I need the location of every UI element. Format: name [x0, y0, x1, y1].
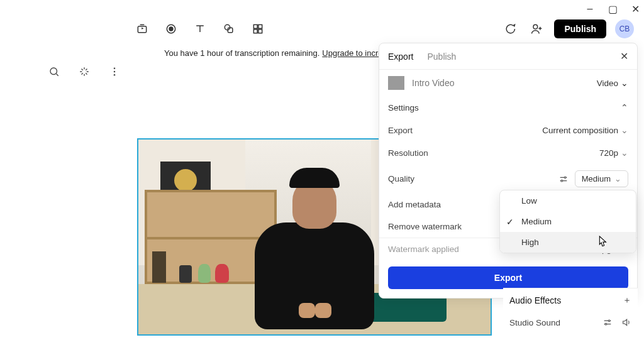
project-thumbnail [388, 76, 404, 90]
search-icon[interactable] [48, 65, 60, 78]
project-name: Intro Video [412, 78, 454, 88]
svg-rect-5 [253, 25, 257, 28]
shapes-tool-icon[interactable] [223, 23, 235, 35]
chevron-down-icon: ⌄ [621, 125, 628, 135]
sliders-icon[interactable] [558, 174, 569, 184]
export-panel-tabs: Export Publish ✕ [379, 43, 637, 70]
chevron-down-icon: ⌄ [621, 78, 628, 88]
check-icon: ✓ [506, 217, 514, 227]
export-title-row: Intro Video Video ⌄ [379, 70, 637, 96]
svg-rect-4 [228, 28, 233, 33]
window-minimize-icon[interactable]: – [586, 5, 594, 13]
export-panel: Export Publish ✕ Intro Video Video ⌄ Set… [379, 43, 638, 299]
canvas-toolbar [48, 65, 121, 78]
templates-tool-icon[interactable] [252, 23, 264, 35]
window-close-icon[interactable]: ✕ [631, 5, 639, 13]
svg-rect-6 [258, 25, 262, 28]
audio-effects-header[interactable]: Audio Effects ＋ [503, 288, 638, 312]
window-controls: – ▢ ✕ [586, 0, 644, 15]
tab-export[interactable]: Export [388, 52, 413, 62]
banner-text: You have 1 hour of transcription remaini… [164, 48, 319, 58]
svg-rect-8 [258, 30, 262, 33]
quality-option-medium[interactable]: ✓ Medium [500, 211, 636, 232]
sparkle-icon[interactable] [78, 65, 91, 78]
window-maximize-icon[interactable]: ▢ [609, 5, 616, 13]
svg-point-2 [169, 27, 173, 31]
chevron-down-icon: ⌄ [621, 148, 628, 158]
speaker-icon[interactable] [621, 317, 631, 327]
svg-point-13 [114, 74, 116, 76]
svg-rect-0 [138, 26, 146, 33]
quality-option-high[interactable]: High [500, 232, 636, 253]
export-button[interactable]: Export [388, 266, 628, 289]
record-tool-icon[interactable] [165, 23, 177, 35]
settings-header[interactable]: Settings ⌃ [379, 96, 637, 119]
row-quality: Quality Medium ⌄ [379, 164, 637, 194]
topbar-right: Publish CB [501, 19, 634, 38]
svg-point-10 [50, 68, 57, 75]
quality-option-low[interactable]: Low [500, 190, 636, 211]
svg-point-17 [605, 323, 607, 325]
close-icon[interactable]: ✕ [620, 50, 628, 62]
publish-button[interactable]: Publish [554, 19, 606, 38]
tab-publish[interactable]: Publish [427, 52, 456, 62]
plus-icon[interactable]: ＋ [623, 295, 631, 306]
svg-point-16 [608, 320, 610, 322]
row-export-scope[interactable]: Export Current composition ⌄ [379, 119, 637, 141]
quality-select[interactable]: Medium ⌄ [575, 170, 628, 187]
topbar-tools [136, 23, 264, 35]
svg-point-12 [114, 71, 116, 73]
comments-icon[interactable] [501, 20, 519, 38]
sliders-icon[interactable] [602, 317, 613, 327]
audio-effects-section: Audio Effects ＋ Studio Sound [503, 288, 638, 332]
chevron-up-icon: ⌃ [621, 102, 628, 112]
chevron-down-icon: ⌄ [614, 174, 621, 184]
cursor-pointer-icon [595, 235, 609, 251]
text-tool-icon[interactable] [194, 23, 206, 35]
svg-point-3 [225, 25, 230, 30]
more-icon[interactable] [108, 65, 121, 78]
media-tool-icon[interactable] [136, 23, 148, 35]
invite-icon[interactable] [528, 20, 545, 38]
topbar: Publish CB [0, 15, 644, 43]
studio-sound-row[interactable]: Studio Sound [503, 312, 638, 332]
row-resolution[interactable]: Resolution 720p ⌄ [379, 141, 637, 164]
svg-point-14 [564, 177, 566, 178]
svg-point-15 [561, 180, 563, 182]
svg-point-9 [533, 25, 538, 29]
export-type-select[interactable]: Video ⌄ [597, 78, 628, 88]
svg-point-11 [114, 67, 116, 69]
avatar[interactable]: CB [615, 19, 634, 38]
svg-rect-7 [253, 30, 257, 33]
quality-dropdown: Low ✓ Medium High [499, 190, 636, 253]
